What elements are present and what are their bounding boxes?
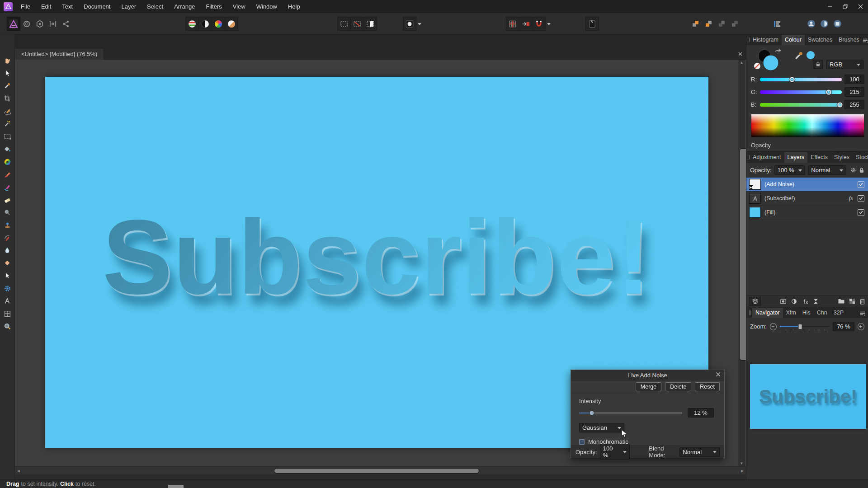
menu-document[interactable]: Document bbox=[78, 0, 116, 13]
horizontal-scroll-thumb[interactable] bbox=[274, 468, 479, 474]
horizontal-scrollbar[interactable]: ◄ ► bbox=[15, 466, 746, 474]
colour-spectrum[interactable] bbox=[751, 114, 864, 137]
gradient-tool-icon[interactable] bbox=[1, 155, 14, 168]
reset-button[interactable]: Reset bbox=[695, 382, 720, 391]
flood-select-tool-icon[interactable] bbox=[1, 117, 14, 130]
menu-edit[interactable]: Edit bbox=[36, 0, 57, 13]
menu-view[interactable]: View bbox=[227, 0, 251, 13]
move-to-front-icon[interactable] bbox=[689, 17, 702, 31]
intensity-value[interactable]: 12 % bbox=[688, 408, 714, 418]
swap-colours-icon[interactable] bbox=[775, 49, 781, 52]
move-tool-icon[interactable] bbox=[1, 67, 14, 80]
view-circle-icon-3[interactable] bbox=[830, 17, 844, 31]
noise-type-dropdown[interactable]: Gaussian bbox=[579, 423, 624, 432]
tab-32p[interactable]: 32P bbox=[830, 308, 847, 318]
vertical-scrollbar[interactable]: ▲ ▼ bbox=[738, 60, 745, 466]
colour-picker-tool-icon[interactable] bbox=[1, 80, 14, 92]
foreground-colour-swatch[interactable] bbox=[763, 55, 778, 70]
merge-button[interactable]: Merge bbox=[636, 382, 661, 391]
blue-value[interactable]: 255 bbox=[844, 100, 864, 109]
snapping-dropdown-caret[interactable] bbox=[545, 17, 552, 31]
intensity-slider-handle[interactable] bbox=[590, 410, 594, 415]
navigator-preview[interactable]: Subscribe! Subscribe! bbox=[750, 364, 866, 429]
intensity-slider[interactable] bbox=[579, 413, 682, 413]
tab-adjustment[interactable]: Adjustment bbox=[750, 152, 784, 163]
gear-tool-icon[interactable] bbox=[1, 282, 14, 295]
dodge-brush-tool-icon[interactable] bbox=[1, 206, 14, 219]
marquee-tool-icon[interactable] bbox=[1, 130, 14, 143]
layer-visibility-checkbox[interactable] bbox=[858, 195, 864, 202]
colour-picker-icon[interactable] bbox=[794, 51, 804, 61]
view-circle-icon-2[interactable] bbox=[817, 17, 831, 31]
zoom-slider[interactable] bbox=[780, 326, 830, 327]
blend-mode-dropdown[interactable]: Normal bbox=[679, 447, 720, 457]
clone-brush-tool-icon[interactable] bbox=[1, 219, 14, 231]
menu-file[interactable]: File bbox=[15, 0, 36, 13]
view-tool-icon[interactable] bbox=[1, 54, 14, 67]
move-forward-icon[interactable] bbox=[702, 17, 715, 31]
tab-stock[interactable]: Stock bbox=[853, 152, 868, 163]
picked-colour-dot[interactable] bbox=[807, 51, 815, 59]
layer-row-subscribe[interactable]: (Subscribe!) fx bbox=[746, 192, 868, 206]
scroll-up-icon[interactable]: ▲ bbox=[738, 61, 745, 65]
photo-persona-button[interactable] bbox=[7, 17, 20, 31]
paint-brush-tool-icon[interactable] bbox=[1, 168, 14, 181]
minimize-button[interactable] bbox=[822, 0, 837, 13]
colour-replacement-brush-tool-icon[interactable] bbox=[1, 181, 14, 193]
colour-mode-dropdown[interactable]: RGB bbox=[826, 60, 863, 69]
blue-slider[interactable] bbox=[760, 103, 842, 107]
vertical-scroll-thumb[interactable] bbox=[739, 148, 746, 361]
group-layers-icon[interactable] bbox=[838, 298, 845, 304]
auto-white-balance-icon[interactable] bbox=[225, 17, 238, 31]
green-value[interactable]: 215 bbox=[844, 87, 864, 97]
red-slider[interactable] bbox=[760, 78, 842, 81]
panel-menu-icon[interactable] bbox=[860, 311, 865, 316]
crop-tool-icon[interactable] bbox=[1, 92, 14, 105]
grid-icon[interactable] bbox=[506, 17, 519, 31]
green-slider-handle[interactable] bbox=[826, 89, 831, 94]
blur-brush-tool-icon[interactable] bbox=[1, 244, 14, 257]
layer-effects-icon[interactable] bbox=[802, 298, 809, 305]
tab-navigator[interactable]: Navigator bbox=[752, 308, 783, 318]
dialog-title-bar[interactable]: Live Add Noise bbox=[571, 370, 724, 380]
mask-layer-icon[interactable] bbox=[780, 298, 787, 305]
move-backward-icon[interactable] bbox=[715, 17, 728, 31]
text-tool-icon[interactable] bbox=[1, 295, 14, 307]
selection-marquee-icon[interactable] bbox=[337, 17, 351, 31]
alignment-icon[interactable] bbox=[770, 17, 784, 31]
panel-menu-icon[interactable] bbox=[863, 38, 868, 43]
develop-persona-icon[interactable] bbox=[33, 17, 47, 31]
scroll-left-icon[interactable]: ◄ bbox=[15, 469, 22, 473]
sharpen-brush-tool-icon[interactable] bbox=[1, 257, 14, 269]
tab-layers[interactable]: Layers bbox=[784, 152, 808, 163]
zoom-tool-icon[interactable] bbox=[1, 320, 14, 333]
dialog-opacity-dropdown[interactable]: 100 % bbox=[600, 444, 630, 460]
layer-thumbnail[interactable] bbox=[749, 193, 761, 204]
dialog-close-icon[interactable] bbox=[716, 372, 721, 377]
assistant-icon[interactable] bbox=[585, 17, 599, 31]
zoom-slider-handle[interactable] bbox=[798, 324, 802, 329]
panel-grip-icon[interactable] bbox=[748, 307, 752, 318]
close-button[interactable] bbox=[853, 0, 868, 13]
view-circle-icon-1[interactable] bbox=[804, 17, 818, 31]
red-value[interactable]: 100 bbox=[844, 75, 864, 84]
layer-visibility-checkbox[interactable] bbox=[858, 209, 864, 216]
mesh-warp-tool-icon[interactable] bbox=[1, 307, 14, 320]
new-layer-icon[interactable] bbox=[849, 298, 855, 304]
restore-button[interactable] bbox=[837, 0, 853, 13]
tab-brushes[interactable]: Brushes bbox=[835, 35, 863, 45]
tab-his[interactable]: His bbox=[799, 308, 814, 318]
menu-filters[interactable]: Filters bbox=[200, 0, 227, 13]
green-slider[interactable] bbox=[760, 90, 842, 94]
adjustment-layer-icon[interactable] bbox=[791, 298, 797, 305]
layer-thumbnail[interactable] bbox=[749, 207, 761, 218]
liquify-persona-icon[interactable] bbox=[20, 17, 33, 31]
node-tool-icon[interactable] bbox=[1, 269, 14, 282]
delete-layer-icon[interactable] bbox=[859, 298, 865, 305]
menu-arrange[interactable]: Arrange bbox=[169, 0, 200, 13]
layers-settings-gear-icon[interactable] bbox=[850, 167, 857, 174]
menu-text[interactable]: Text bbox=[57, 0, 78, 13]
document-tab[interactable]: <Untitled> [Modified] (76.5%) bbox=[15, 49, 104, 60]
healing-brush-tool-icon[interactable] bbox=[1, 231, 14, 244]
zoom-in-button[interactable] bbox=[858, 323, 864, 330]
